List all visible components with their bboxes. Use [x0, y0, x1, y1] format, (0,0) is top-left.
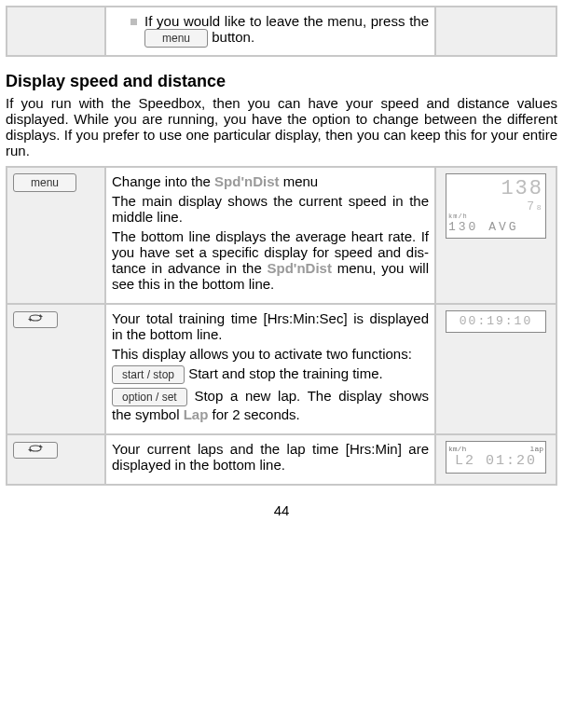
- disp1-sub: 7₈: [448, 200, 543, 213]
- row1-left: menu: [7, 167, 105, 304]
- top-right-cell: [435, 7, 556, 56]
- row2-left: [7, 304, 105, 434]
- top-left-cell: [7, 7, 105, 56]
- bullet-square-icon: [130, 19, 137, 25]
- row1-right: 138 7₈ km/h 130 AVG: [435, 167, 556, 304]
- row2-line2: This display allows you to activate two …: [112, 346, 429, 362]
- table-row: Your current laps and the lap time [Hrs:…: [7, 434, 556, 485]
- cycle-icon: [27, 443, 44, 454]
- disp3-main: L2 01:20: [448, 454, 543, 470]
- row3-right: km/h lap L2 01:20: [435, 434, 556, 485]
- disp1-bottom: 130 AVG: [448, 221, 543, 234]
- page-number: 44: [6, 502, 557, 518]
- disp2-time: 00:19:10: [448, 315, 543, 328]
- row2-mid: Your total training time [Hrs:Min:Sec] i…: [105, 304, 435, 434]
- table-row: menu Change into the Spd'nDist menu The …: [7, 167, 556, 304]
- spdndist-emph: Spd'nDist: [214, 173, 279, 189]
- svg-marker-1: [28, 319, 32, 322]
- bullet-text: If you would like to leave the menu, pre…: [144, 13, 429, 48]
- cycle-icon: [27, 312, 44, 323]
- row3-line1: Your current laps and the lap time [Hrs:…: [112, 441, 429, 473]
- row2-line1: Your total training time [Hrs:Min:Sec] i…: [112, 310, 429, 342]
- svg-marker-2: [39, 445, 43, 447]
- start-stop-button[interactable]: start / stop: [112, 365, 185, 384]
- svg-marker-0: [39, 314, 43, 317]
- section-paragraph: If you run with the Speedbox, then you c…: [6, 95, 557, 158]
- option-set-button[interactable]: option / set: [112, 388, 187, 406]
- instruction-table: menu Change into the Spd'nDist menu The …: [6, 166, 557, 486]
- display-sample-3: km/h lap L2 01:20: [446, 441, 546, 474]
- leave-menu-pre: If you would like to leave the menu, pre…: [144, 13, 429, 29]
- leave-menu-post: button.: [212, 29, 254, 45]
- row1-line1: Change into the Spd'nDist menu: [112, 173, 429, 189]
- spdndist-emph-2: Spd'nDist: [268, 260, 332, 276]
- cycle-button-2[interactable]: [13, 442, 58, 459]
- section-heading: Display speed and distance: [6, 72, 557, 91]
- row3-left: [7, 434, 105, 485]
- row2-right: 00:19:10: [435, 304, 556, 434]
- row2-p3: Start and stop the training time.: [185, 365, 383, 381]
- row1-p1-pre: Change into the: [112, 173, 214, 189]
- leave-menu-bullet: If you would like to leave the menu, pre…: [112, 13, 429, 48]
- row2-line3: start / stop Start and stop the training…: [112, 365, 429, 384]
- row3-mid: Your current laps and the lap time [Hrs:…: [105, 434, 435, 485]
- top-mid-cell: If you would like to leave the menu, pre…: [105, 7, 435, 56]
- row2-line4: option / set Stop a new lap. The dis­pla…: [112, 388, 429, 422]
- svg-marker-3: [28, 449, 32, 452]
- table-row: Your total training time [Hrs:Min:Sec] i…: [7, 304, 556, 434]
- row1-line3: The bottom line displays the aver­age he…: [112, 228, 429, 292]
- top-fragment-table: If you would like to leave the menu, pre…: [6, 6, 557, 57]
- row2-p4-post: for 2 seconds.: [208, 406, 299, 422]
- row1-line2: The main display shows the current speed…: [112, 193, 429, 225]
- disp1-big: 138: [448, 178, 543, 200]
- row1-mid: Change into the Spd'nDist menu The main …: [105, 167, 435, 304]
- menu-button[interactable]: menu: [13, 173, 76, 192]
- lap-emph: Lap: [184, 406, 209, 422]
- menu-button-inline[interactable]: menu: [144, 29, 208, 48]
- display-sample-1: 138 7₈ km/h 130 AVG: [446, 173, 546, 239]
- display-sample-2: 00:19:10: [446, 310, 546, 333]
- row1-p1-post: menu: [280, 173, 319, 189]
- cycle-button[interactable]: [13, 311, 58, 328]
